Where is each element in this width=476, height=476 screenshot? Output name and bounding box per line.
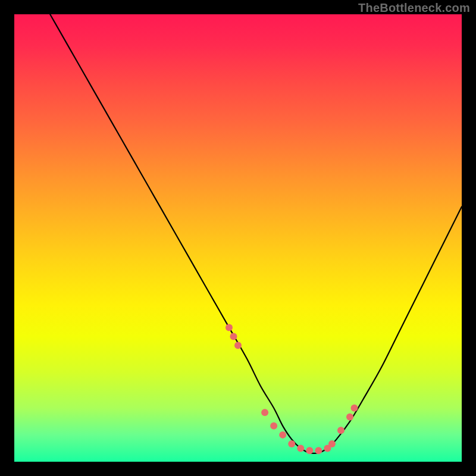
watermark-text: TheBottleneck.com xyxy=(358,1,470,15)
chart-svg xyxy=(14,14,462,462)
highlight-dot xyxy=(261,409,268,416)
chart-frame xyxy=(14,14,462,462)
highlight-dot xyxy=(328,440,336,447)
highlight-dot xyxy=(279,431,286,439)
highlight-dot xyxy=(351,405,358,412)
highlight-dot xyxy=(297,444,304,452)
highlight-dot xyxy=(306,447,313,454)
highlight-dot xyxy=(270,422,277,430)
bottleneck-curve-line xyxy=(50,14,462,453)
highlight-dots-group xyxy=(226,324,358,454)
highlight-dot xyxy=(234,342,242,349)
highlight-dot xyxy=(230,333,237,340)
highlight-dot xyxy=(346,414,353,421)
highlight-dot xyxy=(226,324,233,331)
highlight-dot xyxy=(315,447,322,454)
highlight-dot xyxy=(337,427,345,434)
plot-area xyxy=(14,14,462,462)
highlight-dot xyxy=(288,440,295,447)
